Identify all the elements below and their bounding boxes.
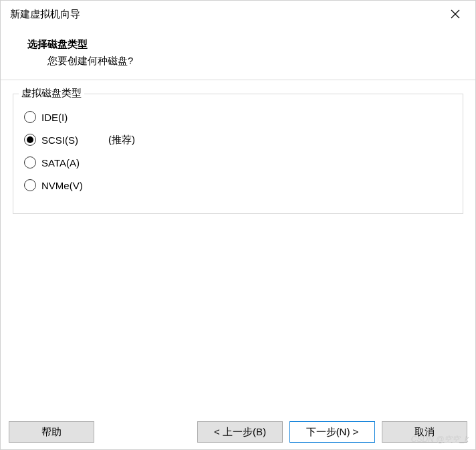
radio-label-scsi[interactable]: SCSI(S) [41,134,102,146]
cancel-button[interactable]: 取消 [382,421,467,443]
radio-row-scsi: SCSI(S) (推荐) [24,130,452,149]
content-area: 虚拟磁盘类型 IDE(I) SCSI(S) (推荐) SATA(A) NVMe(… [1,80,475,221]
back-button[interactable]: < 上一步(B) [197,421,283,443]
radio-label-ide[interactable]: IDE(I) [41,112,102,123]
radio-note-scsi: (推荐) [108,134,135,146]
fieldset-legend: 虚拟磁盘类型 [19,87,84,100]
window-title: 新建虚拟机向导 [10,8,80,21]
next-button[interactable]: 下一步(N) > [289,421,375,443]
radio-ide[interactable] [24,111,36,123]
title-bar: 新建虚拟机向导 [1,1,475,27]
help-button[interactable]: 帮助 [9,421,94,443]
close-button[interactable] [445,3,466,25]
page-title: 选择磁盘类型 [27,38,449,51]
button-bar: 帮助 < 上一步(B) 下一步(N) > 取消 [1,415,475,449]
radio-row-ide: IDE(I) [24,108,452,126]
radio-row-sata: SATA(A) [24,153,452,172]
wizard-header: 选择磁盘类型 您要创建何种磁盘? [1,27,475,80]
radio-label-nvme[interactable]: NVMe(V) [41,180,102,191]
radio-scsi[interactable] [24,134,36,146]
disk-type-fieldset: 虚拟磁盘类型 IDE(I) SCSI(S) (推荐) SATA(A) NVMe(… [13,94,463,214]
radio-label-sata[interactable]: SATA(A) [41,157,102,168]
radio-nvme[interactable] [24,179,36,191]
close-icon [451,9,460,19]
radio-sata[interactable] [24,156,36,168]
page-subtitle: 您要创建何种磁盘? [27,55,449,68]
radio-row-nvme: NVMe(V) [24,176,452,195]
